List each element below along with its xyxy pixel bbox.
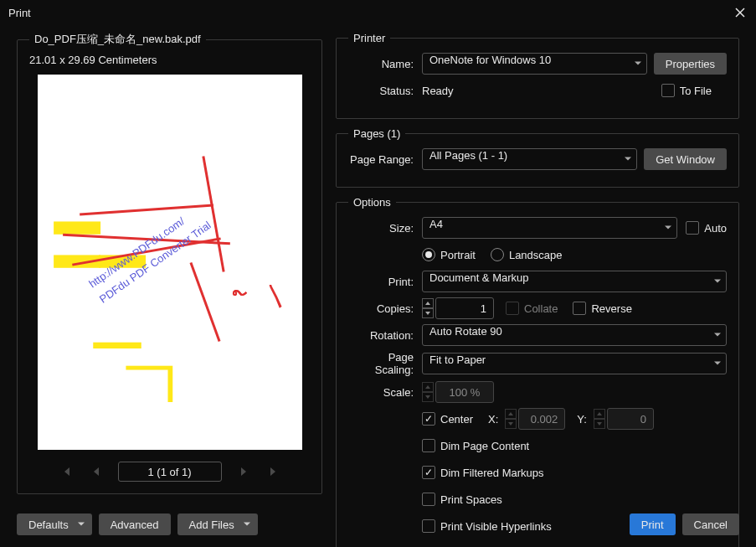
dim-page-checkbox[interactable] xyxy=(422,439,435,452)
preview-group: Do_PDF压缩_未命名_new.bak.pdf 21.01 x 29.69 C… xyxy=(17,32,322,494)
spinner-down-icon[interactable] xyxy=(422,308,434,318)
advanced-button[interactable]: Advanced xyxy=(99,513,171,535)
add-files-button[interactable]: Add Files xyxy=(177,513,258,535)
to-file-checkbox[interactable] xyxy=(661,84,675,97)
preview-filename: Do_PDF压缩_未命名_new.bak.pdf xyxy=(29,32,206,47)
first-page-button[interactable] xyxy=(58,463,75,480)
cancel-button[interactable]: Cancel xyxy=(682,513,739,535)
footer: Defaults Advanced Add Files Print Cancel xyxy=(17,513,739,535)
auto-checkbox[interactable] xyxy=(686,221,699,235)
reverse-label: Reverse xyxy=(591,302,631,315)
copies-input[interactable] xyxy=(435,297,494,319)
titlebar: Print xyxy=(0,0,756,25)
printer-group: Printer Name: OneNote for Windows 10 Pro… xyxy=(336,32,739,119)
scale-label: Scale: xyxy=(348,386,422,399)
auto-label: Auto xyxy=(704,222,727,235)
print-spaces-checkbox[interactable] xyxy=(422,493,435,506)
x-input xyxy=(518,408,565,430)
spinner-up-icon xyxy=(594,409,605,419)
copies-spinner[interactable] xyxy=(422,298,434,318)
print-button[interactable]: Print xyxy=(630,513,676,535)
preview-canvas: ━ ━━ ー ㄱ ຼຼ 〵 http://www.PDFdu.com/ PDFd… xyxy=(38,75,302,450)
prev-page-button[interactable] xyxy=(88,463,105,480)
spinner-down-icon xyxy=(594,419,605,429)
get-window-button[interactable]: Get Window xyxy=(644,148,727,170)
size-select[interactable]: A4 xyxy=(422,217,677,239)
landscape-label: Landscape xyxy=(509,249,563,261)
y-input xyxy=(607,408,654,430)
spinner-down-icon xyxy=(422,392,434,402)
print-label: Print: xyxy=(348,276,422,288)
pages-group: Pages (1) Page Range: All Pages (1 - 1) … xyxy=(336,127,739,188)
dim-page-label: Dim Page Content xyxy=(440,440,529,452)
dim-filtered-checkbox[interactable] xyxy=(422,466,435,479)
print-spaces-label: Print Spaces xyxy=(440,493,502,506)
scale-spinner xyxy=(422,382,434,402)
rotation-label: Rotation: xyxy=(348,329,422,342)
print-select[interactable]: Document & Markup xyxy=(422,271,727,292)
spinner-down-icon xyxy=(505,419,517,429)
printer-name-select[interactable]: OneNote for Windows 10 xyxy=(422,53,647,75)
printer-status-label: Status: xyxy=(348,85,422,97)
printer-status-value: Ready xyxy=(422,85,661,97)
spinner-up-icon xyxy=(422,382,434,392)
page-range-select[interactable]: All Pages (1 - 1) xyxy=(422,148,637,170)
rotation-select[interactable]: Auto Rotate 90 xyxy=(422,324,727,346)
page-range-label: Page Range: xyxy=(348,153,422,166)
preview-nav: 1 (1 of 1) xyxy=(29,462,310,482)
properties-button[interactable]: Properties xyxy=(654,53,727,75)
to-file-label: To File xyxy=(680,85,712,97)
scale-input xyxy=(435,381,494,403)
reverse-checkbox[interactable] xyxy=(573,302,586,315)
chevron-down-icon xyxy=(77,519,85,531)
close-button[interactable] xyxy=(733,5,748,20)
spinner-up-icon xyxy=(505,409,517,419)
defaults-button[interactable]: Defaults xyxy=(17,513,92,535)
landscape-radio[interactable] xyxy=(491,248,504,261)
options-group-label: Options xyxy=(348,196,396,209)
center-label: Center xyxy=(440,413,473,426)
copies-label: Copies: xyxy=(348,302,422,315)
options-group: Options Size: A4 Auto Portrait Landscape… xyxy=(336,196,739,547)
scaling-label: Page Scaling: xyxy=(348,351,422,376)
portrait-radio[interactable] xyxy=(422,248,435,261)
size-label: Size: xyxy=(348,222,422,235)
dim-filtered-label: Dim Filtered Markups xyxy=(440,467,544,479)
page-indicator[interactable]: 1 (1 of 1) xyxy=(118,462,222,482)
printer-group-label: Printer xyxy=(348,32,390,44)
spinner-up-icon[interactable] xyxy=(422,298,434,308)
x-label: X: xyxy=(488,413,498,426)
collate-checkbox[interactable] xyxy=(506,302,519,315)
pages-group-label: Pages (1) xyxy=(348,127,405,140)
printer-name-label: Name: xyxy=(348,58,422,70)
y-spinner xyxy=(594,409,605,429)
collate-label: Collate xyxy=(524,302,558,315)
add-files-label: Add Files xyxy=(189,519,234,531)
preview-dimensions: 21.01 x 29.69 Centimeters xyxy=(29,54,310,66)
window-title: Print xyxy=(8,7,31,19)
last-page-button[interactable] xyxy=(265,463,282,480)
center-checkbox[interactable] xyxy=(422,412,435,426)
y-label: Y: xyxy=(577,413,587,426)
next-page-button[interactable] xyxy=(235,463,252,480)
chevron-down-icon xyxy=(243,519,251,531)
defaults-label: Defaults xyxy=(28,519,69,531)
x-spinner xyxy=(505,409,517,429)
scaling-select[interactable]: Fit to Paper xyxy=(422,353,727,374)
portrait-label: Portrait xyxy=(440,249,476,261)
